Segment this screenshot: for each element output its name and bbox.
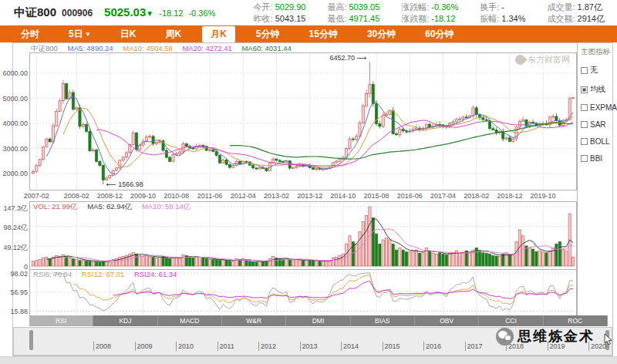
main-chart-legend: 中证800 MA5: 4890.24 MA10: 4504.58 MA20: 4…: [31, 44, 299, 54]
indicator-option-SAR[interactable]: SAR: [581, 120, 612, 129]
checkbox-icon[interactable]: [581, 155, 588, 162]
legend-ma20: MA20: 4272.41: [182, 44, 231, 52]
indicator-tab-roc[interactable]: ROC: [544, 315, 608, 326]
date-axis-label: 2007-02: [16, 192, 56, 200]
main-indicator-panel: 主图指标 无均线EXPMASARBOLLBBI: [577, 43, 612, 315]
wechat-watermark: 思维炼金术: [496, 327, 595, 345]
indicator-tab-rsi[interactable]: RSI: [29, 315, 93, 326]
price-annotation-6452.70: 6452.70 ⟶: [329, 54, 366, 62]
stat-item: 最低:4971.45: [327, 13, 379, 25]
page-scrollbar[interactable]: [0, 356, 617, 364]
eastmoney-watermark-text: 东方财富网: [528, 54, 570, 66]
timeline-year-2016: 2016: [423, 342, 441, 351]
timeline-year-2009: 2009: [135, 342, 153, 351]
rsi-axis-label: 56.95: [1, 288, 28, 296]
price-axis-label: 6000.00: [1, 69, 28, 77]
checkbox-icon[interactable]: [581, 121, 588, 128]
volume-legend: VOL: 21.99亿 MA5: 62.94亿 MA10: 59.14亿: [33, 202, 198, 212]
stat-item: 今开:5029.90: [254, 2, 306, 13]
stock-header: 中证800 000906 5025.03▼ -18.12 -0.36% 今开:5…: [0, 0, 617, 25]
indicator-tabbar: RSIKDJMACDW&RDMIBIASOBVCCIROC: [29, 315, 608, 326]
timeline-year-2011: 2011: [217, 342, 234, 351]
eastmoney-logo-icon: [513, 52, 527, 66]
candlestick-chart[interactable]: [30, 53, 576, 190]
period-tabbar: 分时5日 ▼日K周K月K5分钟15分钟30分钟60分钟: [0, 25, 617, 42]
price-down-arrow-icon: ▼: [146, 9, 153, 18]
price-axis-label: 3000.00: [1, 145, 28, 153]
volume-axis-label: 49.12亿: [1, 243, 28, 253]
indicator-option-BOLL[interactable]: BOLL: [581, 137, 612, 146]
wechat-watermark-text: 思维炼金术: [518, 327, 595, 345]
indicator-tab-w&r[interactable]: W&R: [222, 315, 286, 326]
legend-rsi6: RSI6: 70.94: [33, 270, 72, 278]
legend-ma5: MA5: 4890.24: [68, 44, 113, 52]
date-axis-label: 2019-10: [523, 192, 563, 200]
legend-vol-ma5: MA5: 62.94亿: [87, 202, 132, 211]
period-tab-30分钟[interactable]: 30分钟: [359, 26, 404, 42]
legend-ma10: MA10: 4504.58: [123, 44, 172, 52]
timeline-year-2008: 2008: [93, 342, 111, 351]
period-tab-5分钟[interactable]: 5分钟: [248, 26, 288, 42]
indicator-tab-kdj[interactable]: KDJ: [93, 315, 157, 326]
volume-axis-label: 147.3亿: [1, 204, 28, 214]
price-axis-label: 2000.00: [1, 170, 28, 177]
period-tab-15分钟[interactable]: 15分钟: [301, 26, 346, 42]
volume-chart[interactable]: [30, 202, 576, 269]
checkbox-icon[interactable]: [581, 138, 588, 145]
checkbox-checked-icon[interactable]: [581, 86, 588, 93]
period-tab-5日[interactable]: 5日 ▼: [60, 26, 99, 42]
stock-title-group: 中证800 000906 5025.03▼ -18.12 -0.36%: [0, 5, 215, 20]
indicator-tab-macd[interactable]: MACD: [158, 315, 222, 326]
period-tab-日K[interactable]: 日K: [112, 26, 145, 42]
period-tab-分时[interactable]: 分时: [12, 26, 48, 42]
period-tab-月K[interactable]: 月K: [202, 26, 235, 42]
timeline-year-2015: 2015: [383, 342, 400, 351]
stock-chart-page: 中证800 000906 5025.03▼ -18.12 -0.36% 今开:5…: [0, 0, 617, 364]
indicator-tab-cci[interactable]: CCI: [479, 315, 543, 326]
indicator-option-BBI[interactable]: BBI: [581, 154, 612, 163]
indicator-option-EXPMA[interactable]: EXPMA: [581, 103, 612, 112]
mouse-cursor-icon: [604, 334, 613, 346]
range-handle-left[interactable]: [29, 330, 33, 350]
stat-item: 涨跌幅:-0.36%: [401, 2, 458, 13]
indicator-tab-dmi[interactable]: DMI: [286, 315, 350, 326]
stat-item: 振幅:1.34%: [480, 13, 525, 25]
volume-axis-label: 98.24亿: [1, 223, 28, 233]
legend-title: 中证800: [31, 44, 58, 52]
stat-item: 涨跌额:-18.12: [401, 13, 458, 25]
stock-name: 中证800: [14, 5, 56, 20]
price-axis-label: 5000.00: [1, 95, 28, 103]
indicator-tab-bias[interactable]: BIAS: [351, 315, 415, 326]
period-tab-60分钟[interactable]: 60分钟: [416, 26, 462, 42]
timeline-year-2013: 2013: [300, 342, 318, 351]
stat-item: 成交量:1.87亿: [547, 2, 605, 13]
indicator-option-无[interactable]: 无: [581, 65, 612, 76]
timeline-year-2012: 2012: [258, 342, 276, 351]
panel-title: 主图指标: [581, 47, 612, 57]
rsi-legend: RSI6: 70.94 RSI12: 67.01 RSI24: 61.34: [33, 270, 184, 278]
legend-ma60: MA60: 4031.44: [241, 44, 291, 52]
stat-item: 昨收:5043.15: [254, 13, 306, 25]
legend-rsi24: RSI24: 61.34: [134, 270, 177, 278]
stat-item: 成交额:2914亿: [547, 13, 605, 25]
stats-grid: 今开:5029.90最高:5039.05涨跌幅:-0.36%换手:-成交量:1.…: [254, 2, 617, 25]
stat-item: 换手:-: [480, 2, 525, 13]
checkbox-icon[interactable]: [581, 67, 588, 74]
stock-price: 5025.03▼: [104, 5, 153, 19]
legend-vol-ma10: MA10: 59.14亿: [142, 202, 190, 211]
indicator-option-均线[interactable]: 均线: [581, 84, 612, 95]
timeline-year-2010: 2010: [176, 342, 194, 351]
price-annotation-1566.98: ⟵ 1566.98: [106, 180, 143, 188]
timeline-year-2017: 2017: [465, 342, 483, 351]
checkbox-icon[interactable]: [581, 104, 588, 111]
price-axis-label: 4000.00: [1, 120, 28, 127]
stat-item: 最高:5039.05: [327, 2, 379, 13]
period-tab-周K[interactable]: 周K: [157, 26, 190, 42]
timeline-year-2014: 2014: [341, 342, 359, 351]
stock-change: -18.12: [159, 8, 183, 18]
legend-vol: VOL: 21.99亿: [33, 202, 78, 211]
rsi-axis-label: 15.88: [1, 308, 28, 315]
rsi-axis-label: 98.02: [1, 270, 28, 278]
stock-code: 000906: [62, 8, 93, 19]
indicator-tab-obv[interactable]: OBV: [415, 315, 479, 326]
